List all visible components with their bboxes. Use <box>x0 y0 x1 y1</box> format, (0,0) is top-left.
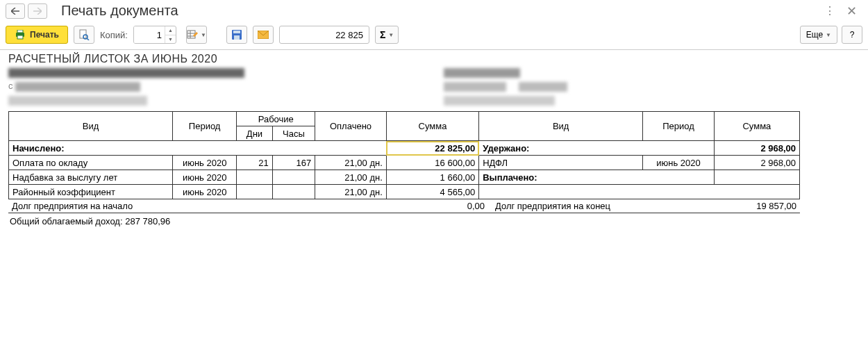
arrow-right-icon <box>33 8 42 15</box>
toolbar: Печать Копий: ▲ ▼ ▼ <box>0 23 868 49</box>
withheld-total: 2 968,00 <box>714 141 799 156</box>
table-row: Надбавка за выслугу лет июнь 2020 21,00 … <box>9 170 800 185</box>
accrued-label: Начислено: <box>9 141 387 156</box>
svg-rect-6 <box>187 31 195 38</box>
nav-back-button[interactable] <box>6 3 25 19</box>
withheld-label: Удержано: <box>479 141 715 156</box>
col-sum: Сумма <box>386 112 478 141</box>
preview-button[interactable] <box>74 26 94 44</box>
nav-forward-button[interactable] <box>28 3 47 19</box>
copies-label: Копий: <box>100 30 128 40</box>
spinner-down-button[interactable]: ▼ <box>165 35 176 44</box>
redacted-info-row <box>8 94 868 107</box>
col-hours: Часы <box>272 126 315 141</box>
debt-row: Долг предприятия на начало 0,00 Долг пре… <box>8 199 800 213</box>
print-button[interactable]: Печать <box>6 26 68 44</box>
sigma-icon: Σ <box>380 29 385 40</box>
col-period: Период <box>173 112 237 141</box>
col-paid: Оплачено <box>315 112 387 141</box>
title-bar: Печать документа ⋮ ✕ <box>0 0 868 23</box>
sum-button[interactable]: Σ ▼ <box>375 26 399 44</box>
svg-rect-11 <box>233 31 240 33</box>
svg-rect-2 <box>17 35 23 39</box>
window-title: Печать документа <box>61 3 178 19</box>
envelope-icon <box>258 31 269 39</box>
table-pencil-icon <box>187 29 198 40</box>
payslip-table: Вид Период Рабочие Оплачено Сумма Вид Пе… <box>8 111 800 199</box>
arrow-left-icon <box>11 8 19 15</box>
paidout-label: Выплачено: <box>479 170 715 185</box>
kebab-menu-icon[interactable]: ⋮ <box>824 4 837 17</box>
page-magnifier-icon <box>78 29 90 40</box>
accrued-total[interactable]: 22 825,00 <box>386 141 478 156</box>
table-settings-button[interactable]: ▼ <box>186 26 207 44</box>
close-icon[interactable]: ✕ <box>846 3 857 19</box>
email-button[interactable] <box>253 26 274 44</box>
col-days: Дни <box>237 126 272 141</box>
copies-spinner[interactable]: ▲ ▼ <box>133 26 176 44</box>
cell-value-display: 22 825 <box>279 26 369 44</box>
col-period-r: Период <box>643 112 715 141</box>
debt-end-label: Долг предприятия на конец <box>488 199 717 213</box>
print-button-label: Печать <box>30 30 59 40</box>
col-workers: Рабочие <box>237 112 315 126</box>
svg-rect-12 <box>234 35 240 40</box>
table-row: Районный коэффициент июнь 2020 21,00 дн.… <box>9 185 800 199</box>
debt-end-value: 19 857,00 <box>717 199 800 213</box>
redacted-info-row <box>8 67 868 79</box>
debt-start-value: 0,00 <box>328 199 488 213</box>
svg-rect-1 <box>17 30 23 33</box>
copies-input[interactable] <box>134 26 165 43</box>
printer-icon <box>15 30 26 40</box>
spinner-up-button[interactable]: ▲ <box>165 26 176 35</box>
more-button[interactable]: Еще ▼ <box>800 26 837 44</box>
floppy-icon <box>231 29 242 40</box>
col-sum-r: Сумма <box>714 112 799 141</box>
debt-start-label: Долг предприятия на начало <box>8 199 328 213</box>
redacted-info-row: с <box>8 81 868 93</box>
document-title: РАСЧЕТНЫЙ ЛИСТОК ЗА ИЮНЬ 2020 <box>8 53 868 65</box>
svg-line-5 <box>87 38 89 40</box>
table-row: Оплата по окладу июнь 2020 21 167 21,00 … <box>9 156 800 170</box>
document-area[interactable]: РАСЧЕТНЫЙ ЛИСТОК ЗА ИЮНЬ 2020 с Вид Пери… <box>0 49 868 352</box>
col-vid: Вид <box>9 112 173 141</box>
help-button[interactable]: ? <box>842 26 862 44</box>
save-button[interactable] <box>226 26 247 44</box>
taxable-summary: Общий облагаемый доход: 287 780,96 <box>8 213 868 226</box>
col-vid-r: Вид <box>479 112 643 141</box>
